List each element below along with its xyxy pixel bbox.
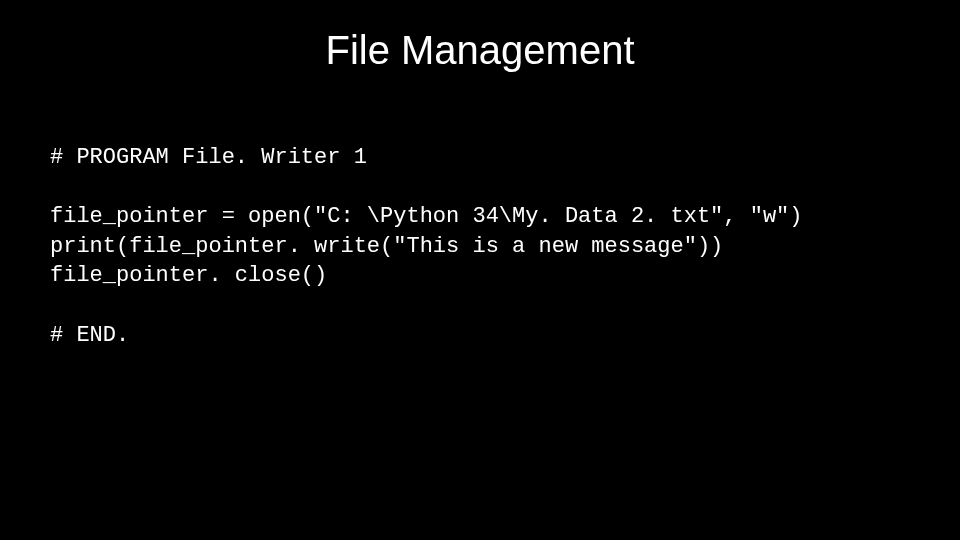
code-block: # PROGRAM File. Writer 1 file_pointer = …	[50, 113, 910, 380]
code-line: # END.	[50, 323, 129, 348]
code-line: # PROGRAM File. Writer 1	[50, 145, 367, 170]
code-line: file_pointer. close()	[50, 263, 327, 288]
code-line: file_pointer = open("C: \Python 34\My. D…	[50, 204, 803, 229]
slide-title: File Management	[50, 28, 910, 73]
slide: File Management # PROGRAM File. Writer 1…	[0, 0, 960, 540]
code-line: print(file_pointer. write("This is a new…	[50, 234, 723, 259]
